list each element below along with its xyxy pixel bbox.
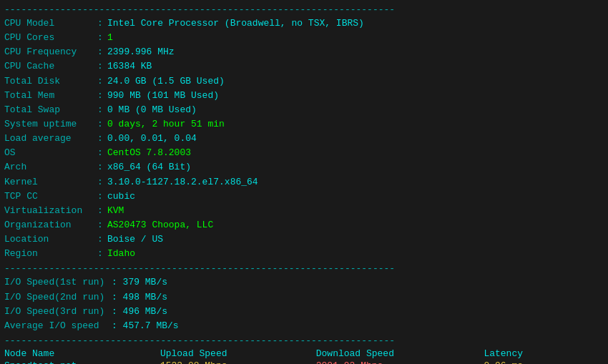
total-mem-label: Total Mem [4, 89, 97, 103]
kernel-label: Kernel [4, 175, 97, 190]
cpu-cache-label: CPU Cache [4, 59, 97, 74]
org-value: AS20473 Choopa, LLC [107, 218, 213, 232]
region-colon: : [97, 247, 107, 261]
col-download-header: Download Speed [316, 348, 484, 360]
io-row-3: I/O Speed(3rd run) : 496 MB/s [4, 305, 604, 319]
total-swap-value: 0 MB (0 MB Used) [107, 103, 197, 117]
tcp-row: TCP CC : cubic [4, 190, 604, 204]
cpu-freq-row: CPU Frequency : 2399.996 MHz [4, 45, 604, 59]
io-label-1: I/O Speed(1st run) [4, 275, 112, 290]
location-colon: : [97, 232, 107, 247]
io-label-3: I/O Speed(3rd run) [4, 305, 112, 319]
total-mem-colon: : [97, 89, 107, 103]
io-value-3: : 496 MB/s [112, 305, 167, 319]
arch-colon: : [97, 160, 107, 174]
total-swap-colon: : [97, 103, 107, 117]
io-row-2: I/O Speed(2nd run) : 498 MB/s [4, 290, 604, 305]
divider-top: ----------------------------------------… [4, 4, 604, 15]
kernel-colon: : [97, 175, 107, 190]
col-latency-header: Latency [484, 348, 604, 360]
cpu-cache-value: 16384 KB [107, 59, 152, 74]
network-table-header: Node Name Upload Speed Download Speed La… [4, 348, 604, 360]
network-speed-table: Node Name Upload Speed Download Speed La… [4, 348, 604, 364]
arch-label: Arch [4, 160, 97, 174]
load-colon: : [97, 132, 107, 146]
network-download-0: 2001.92 Mbps [316, 360, 484, 364]
cpu-cache-row: CPU Cache : 16384 KB [4, 59, 604, 74]
total-swap-row: Total Swap : 0 MB (0 MB Used) [4, 103, 604, 117]
org-colon: : [97, 218, 107, 232]
network-upload-0: 1523.08 Mbps [160, 360, 316, 364]
cpu-model-colon: : [97, 16, 107, 31]
io-label-4: Average I/O speed [4, 319, 112, 333]
cpu-freq-colon: : [97, 45, 107, 59]
cpu-model-row: CPU Model : Intel Core Processor (Broadw… [4, 16, 604, 31]
total-disk-row: Total Disk : 24.0 GB (1.5 GB Used) [4, 74, 604, 89]
total-mem-row: Total Mem : 990 MB (101 MB Used) [4, 89, 604, 103]
cpu-freq-label: CPU Frequency [4, 45, 97, 59]
os-row: OS : CentOS 7.8.2003 [4, 146, 604, 160]
total-disk-label: Total Disk [4, 74, 97, 89]
col-node-header: Node Name [4, 348, 160, 360]
arch-row: Arch : x86_64 (64 Bit) [4, 160, 604, 174]
io-row-4: Average I/O speed : 457.7 MB/s [4, 319, 604, 333]
os-value: CentOS 7.8.2003 [107, 146, 191, 160]
load-value: 0.00, 0.01, 0.04 [107, 132, 197, 146]
cpu-cache-colon: : [97, 59, 107, 74]
tcp-label: TCP CC [4, 190, 97, 204]
total-swap-label: Total Swap [4, 103, 97, 117]
virt-colon: : [97, 204, 107, 218]
cpu-cores-value: 1 [107, 31, 113, 45]
cpu-model-value: Intel Core Processor (Broadwell, no TSX,… [107, 16, 364, 31]
uptime-label: System uptime [4, 117, 97, 132]
network-latency-0: 0.96 ms [484, 360, 604, 364]
org-label: Organization [4, 218, 97, 232]
virt-row: Virtualization : KVM [4, 204, 604, 218]
arch-value: x86_64 (64 Bit) [107, 160, 191, 174]
tcp-value: cubic [107, 190, 135, 204]
cpu-freq-value: 2399.996 MHz [107, 45, 175, 59]
region-value: Idaho [107, 247, 135, 261]
io-value-2: : 498 MB/s [112, 290, 167, 305]
total-mem-value: 990 MB (101 MB Used) [107, 89, 219, 103]
load-label: Load average [4, 132, 97, 146]
total-disk-colon: : [97, 74, 107, 89]
virt-value: KVM [107, 204, 124, 218]
region-label: Region [4, 247, 97, 261]
location-label: Location [4, 232, 97, 247]
cpu-cores-label: CPU Cores [4, 31, 97, 45]
kernel-row: Kernel : 3.10.0-1127.18.2.el7.x86_64 [4, 175, 604, 190]
kernel-value: 3.10.0-1127.18.2.el7.x86_64 [107, 175, 258, 190]
os-label: OS [4, 146, 97, 160]
uptime-row: System uptime : 0 days, 2 hour 51 min [4, 117, 604, 132]
io-row-1: I/O Speed(1st run) : 379 MB/s [4, 275, 604, 290]
io-value-4: : 457.7 MB/s [112, 319, 179, 333]
network-row-0: Speedtest.net 1523.08 Mbps 2001.92 Mbps … [4, 360, 604, 364]
load-row: Load average : 0.00, 0.01, 0.04 [4, 132, 604, 146]
org-row: Organization : AS20473 Choopa, LLC [4, 218, 604, 232]
os-colon: : [97, 146, 107, 160]
region-row: Region : Idaho [4, 247, 604, 261]
io-label-2: I/O Speed(2nd run) [4, 290, 112, 305]
tcp-colon: : [97, 190, 107, 204]
col-upload-header: Upload Speed [160, 348, 316, 360]
uptime-colon: : [97, 117, 107, 132]
total-disk-value: 24.0 GB (1.5 GB Used) [107, 74, 225, 89]
divider-io: ----------------------------------------… [4, 263, 604, 274]
location-value: Boise / US [107, 232, 163, 247]
divider-network: ----------------------------------------… [4, 335, 604, 346]
uptime-value: 0 days, 2 hour 51 min [107, 117, 225, 132]
location-row: Location : Boise / US [4, 232, 604, 247]
cpu-cores-row: CPU Cores : 1 [4, 31, 604, 45]
cpu-cores-colon: : [97, 31, 107, 45]
cpu-model-label: CPU Model [4, 16, 97, 31]
network-node-0: Speedtest.net [4, 360, 160, 364]
io-value-1: : 379 MB/s [112, 275, 167, 290]
virt-label: Virtualization [4, 204, 97, 218]
